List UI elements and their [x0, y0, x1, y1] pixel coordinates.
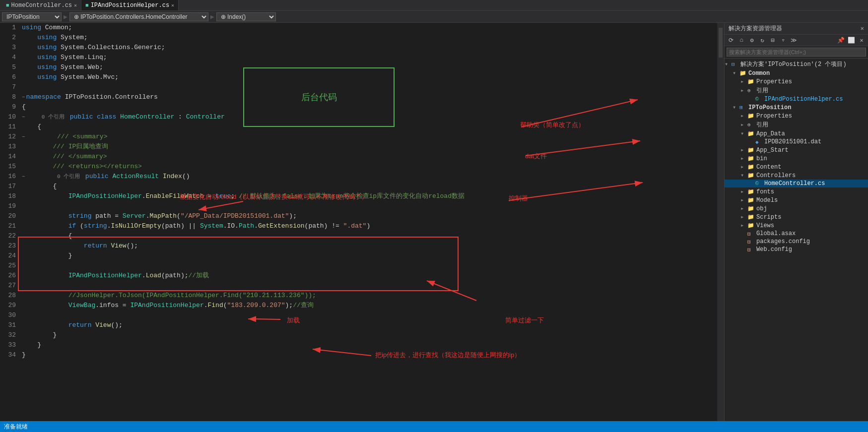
- code-content: using Common; using System; using System…: [20, 23, 717, 421]
- token-plain: [116, 112, 120, 122]
- se-pin-btn[interactable]: 📌: [836, 36, 845, 45]
- line-number-10: 10: [2, 112, 16, 122]
- code-line-17: {: [22, 182, 715, 191]
- se-refresh-btn[interactable]: ↻: [758, 36, 767, 45]
- se-sync-btn[interactable]: ⟳: [727, 36, 735, 45]
- token-plain: [93, 112, 97, 122]
- line-number-28: 28: [2, 291, 16, 301]
- se-close-btn[interactable]: ✕: [857, 36, 866, 45]
- collapse-btn-10[interactable]: −: [22, 112, 25, 122]
- se-item-iptop-fonts[interactable]: ▸📁fonts: [725, 187, 868, 196]
- token-method: IsNullOrEmpty: [111, 221, 161, 231]
- se-item-iptop[interactable]: ▾⊞IPToPosition: [725, 103, 868, 112]
- close-icon[interactable]: ✕: [74, 2, 77, 8]
- line-number-21: 21: [2, 221, 16, 231]
- tree-icon-project: ⊞: [739, 104, 748, 111]
- token-plain: Common;: [41, 23, 72, 33]
- se-item-iptop-obj[interactable]: ▸📁obj: [725, 204, 868, 213]
- token-plain: [22, 152, 53, 162]
- se-item-iptop-views[interactable]: ▸📁Views: [725, 221, 868, 230]
- code-line-30: [22, 310, 715, 320]
- token-plain: System.Web.Mvc;: [57, 72, 119, 82]
- tree-icon-folder: 📁: [747, 147, 756, 153]
- se-title-bar: 解决方案资源管理器 ✕: [725, 23, 868, 35]
- cs-icon-2: ■: [85, 2, 89, 8]
- se-search-input[interactable]: [727, 48, 866, 57]
- collapse-btn-8[interactable]: −: [22, 92, 25, 102]
- token-cmt: //查询: [293, 301, 314, 310]
- se-more-btn[interactable]: ≫: [789, 36, 798, 45]
- se-item-iptop-appstart[interactable]: ▸📁App_Start: [725, 146, 868, 154]
- tab-ipandposition[interactable]: ■ IPAndPositionHelper.cs ✕: [81, 0, 179, 10]
- collapse-btn-12[interactable]: −: [22, 132, 25, 142]
- se-item-iptop-globalasax[interactable]: ⊡Global.asax: [725, 230, 868, 238]
- token-str: "183.209.0.207": [227, 301, 285, 310]
- se-item-iptop-content[interactable]: ▸📁Content: [725, 163, 868, 171]
- se-item-iptop-scripts[interactable]: ▸📁Scripts: [725, 213, 868, 221]
- se-filter-btn[interactable]: ▿: [779, 36, 788, 45]
- code-line-34: }: [22, 350, 715, 360]
- se-float-btn[interactable]: ⬜: [847, 36, 856, 45]
- tree-icon-config: ⊡: [747, 247, 756, 253]
- token-plain: [26, 112, 42, 122]
- se-item-common-refs[interactable]: ▸⊕引用: [725, 86, 868, 95]
- tab-close-icon[interactable]: ✕: [171, 2, 174, 8]
- nav-location-dropdown[interactable]: IPToPosition: [2, 12, 62, 21]
- tab-homecontroller[interactable]: ■ HomeController.cs ✕: [2, 0, 81, 10]
- se-item-iptop-models[interactable]: ▸📁Models: [725, 196, 868, 204]
- code-scroll-area[interactable]: 1234567891011121314151617181920212223242…: [0, 23, 717, 421]
- nav-class-dropdown[interactable]: ⊕ IPToPosition.Controllers.HomeControlle…: [69, 12, 208, 21]
- se-item-iptop-packages[interactable]: ⊡packages.config: [725, 238, 868, 246]
- token-plain: );: [285, 301, 293, 310]
- tree-label-common: Common: [748, 70, 868, 77]
- tree-icon-folder: 📁: [747, 164, 756, 170]
- tree-label-common-cs: IPAndPositionHelper.cs: [764, 96, 868, 103]
- se-item-iptop-webconfig[interactable]: ⊡Web.config: [725, 246, 868, 253]
- token-str: "/APP_Data/IPDB20151001.dat": [181, 211, 289, 221]
- token-method: MapPath: [149, 211, 177, 221]
- se-item-iptop-homecontroller[interactable]: ©HomeController.cs: [725, 180, 868, 187]
- token-method: Index: [163, 172, 182, 182]
- se-item-common-cs[interactable]: ©IPAndPositionHelper.cs: [725, 95, 868, 103]
- se-item-common-props[interactable]: ▸📁Properties: [725, 77, 868, 86]
- se-item-iptop-controllers[interactable]: ▾📁Controllers: [725, 171, 868, 180]
- tree-label-iptop-appstart: App_Start: [756, 147, 868, 154]
- code-line-2: using System;: [22, 33, 715, 43]
- token-plain: .: [204, 301, 208, 310]
- tree-arrow: ▸: [740, 112, 747, 120]
- token-plain: [22, 241, 84, 251]
- token-plain: System.Collections.Generic;: [57, 43, 165, 53]
- code-line-31: return View();: [22, 320, 715, 330]
- line-number-25: 25: [2, 261, 16, 271]
- token-plain: ;: [231, 191, 239, 201]
- token-type: Server: [123, 211, 146, 221]
- tree-arrow: ▾: [740, 172, 747, 179]
- scrollbar-thumb[interactable]: [719, 28, 723, 58]
- se-collapse-btn[interactable]: ⊟: [768, 36, 777, 45]
- token-cmt: /// <summary>: [57, 132, 107, 142]
- tree-label-iptop-bin: bin: [756, 155, 868, 162]
- token-kw: using: [22, 23, 41, 33]
- se-item-iptop-bin[interactable]: ▸📁bin: [725, 154, 868, 163]
- token-plain: [159, 172, 163, 182]
- se-item-iptop-refs[interactable]: ▸⊕引用: [725, 120, 868, 129]
- se-close-icon[interactable]: ✕: [861, 25, 864, 32]
- vertical-scrollbar[interactable]: [717, 23, 724, 421]
- se-item-iptop-dat[interactable]: ◆IPDB20151001.dat: [725, 138, 868, 146]
- collapse-btn-16[interactable]: −: [22, 172, 25, 182]
- nav-separator-2: ▶: [210, 13, 214, 21]
- se-item-root[interactable]: ▾⊟解决方案'IPToPosition'(2 个项目): [725, 60, 868, 69]
- se-item-iptop-appdata[interactable]: ▾📁App_Data: [725, 129, 868, 138]
- line-number-29: 29: [2, 301, 16, 310]
- tree-icon-cs: ©: [755, 181, 764, 186]
- token-plain: [22, 33, 37, 43]
- code-line-15: /// <returns></returns>: [22, 162, 715, 172]
- ref-count: 0 个引用: [42, 112, 68, 122]
- token-plain: [107, 241, 111, 251]
- nav-method-dropdown[interactable]: ⊕ Index(): [216, 12, 276, 21]
- se-properties-btn[interactable]: ⚙: [747, 36, 756, 45]
- se-home-btn[interactable]: ⌂: [737, 36, 746, 45]
- se-item-common[interactable]: ▾📁Common: [725, 69, 868, 77]
- se-item-iptop-props[interactable]: ▸📁Properties: [725, 112, 868, 120]
- token-kw: using: [37, 33, 57, 43]
